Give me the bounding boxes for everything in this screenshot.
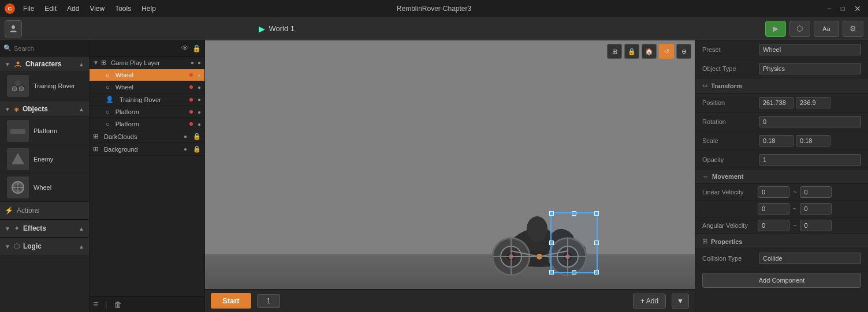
layer-item-wheel-2[interactable]: ○ Wheel ● bbox=[90, 81, 204, 93]
training-rover-thumb bbox=[7, 75, 29, 97]
objects-items: Platform Enemy bbox=[0, 117, 89, 202]
svg-point-13 bbox=[527, 216, 547, 242]
user-icon[interactable] bbox=[5, 20, 22, 37]
layer-item-wheel-selected[interactable]: ○ Wheel ● bbox=[90, 69, 204, 81]
actions-section-header[interactable]: ⚡ Actions bbox=[0, 202, 89, 219]
menu-bar: File Edit Add View Tools Help bbox=[18, 3, 161, 14]
maximize-button[interactable]: □ bbox=[839, 5, 847, 13]
eye-icon[interactable]: 👁 bbox=[181, 44, 189, 52]
delete-layer-icon[interactable]: 🗑 bbox=[114, 300, 122, 309]
collision-row: Collision Type Collide bbox=[695, 249, 868, 268]
position-y-input[interactable] bbox=[796, 97, 830, 108]
opacity-input[interactable] bbox=[759, 154, 861, 166]
right-panel: Preset Wheel Object Type Physics ⇔ Trans… bbox=[695, 40, 868, 312]
sel-handle-br[interactable] bbox=[594, 270, 599, 275]
lock-canvas-icon[interactable]: 🔒 bbox=[624, 44, 639, 59]
snap-icon[interactable]: 🏠 bbox=[642, 44, 657, 59]
scale-y-input[interactable] bbox=[796, 135, 830, 146]
wheel-thumb bbox=[7, 176, 29, 198]
divider: | bbox=[105, 300, 107, 309]
layer-item-platform-2[interactable]: ○ Platform ● bbox=[90, 118, 204, 130]
darkclouds-label: DarkClouds bbox=[104, 133, 180, 140]
scroll-down-button[interactable]: ▼ bbox=[672, 294, 689, 309]
add-canvas-icon[interactable]: ⊕ bbox=[676, 44, 691, 59]
close-button[interactable]: ✕ bbox=[852, 4, 863, 13]
page-number: 1 bbox=[257, 294, 281, 308]
layer-panel: 👁 🔒 ▼ ⊞ Game Play Layer ● ● ○ Wheel ● ○ … bbox=[90, 40, 205, 312]
properties-section: ⊞ Properties bbox=[695, 234, 868, 249]
effects-section-header[interactable]: ▼ ✦ Effects ▲ bbox=[0, 219, 89, 237]
object-platform[interactable]: Platform bbox=[0, 117, 89, 145]
scale-x-input[interactable] bbox=[759, 135, 794, 146]
layer-item-training-rover[interactable]: 👤 Training Rover ● bbox=[90, 93, 204, 106]
rotation-input[interactable] bbox=[759, 116, 861, 127]
layer-item-platform-1[interactable]: ○ Platform ● bbox=[90, 106, 204, 118]
lv-y-input[interactable] bbox=[800, 186, 832, 198]
lv-x-input[interactable] bbox=[758, 186, 789, 198]
menu-view[interactable]: View bbox=[85, 3, 109, 14]
object-type-value: Physics bbox=[759, 63, 861, 74]
preset-value: Wheel bbox=[759, 44, 861, 55]
export-button[interactable]: ⬡ bbox=[789, 21, 810, 37]
world-name: World 1 bbox=[269, 24, 295, 33]
plat1-dot2: ● bbox=[198, 109, 201, 115]
add-component-button[interactable]: Add Component bbox=[702, 273, 861, 288]
sel-handle-tm[interactable] bbox=[572, 211, 576, 216]
minimize-button[interactable]: − bbox=[825, 4, 834, 13]
preset-row: Preset Wheel bbox=[695, 40, 868, 59]
lock-icon[interactable]: 🔒 bbox=[192, 44, 201, 52]
start-button[interactable]: Start bbox=[211, 293, 251, 309]
linear-vel-inputs: ~ bbox=[758, 186, 861, 198]
rotate-icon[interactable]: ↺ bbox=[659, 44, 674, 59]
object-type-select[interactable]: Physics bbox=[759, 63, 861, 74]
character-training-rover[interactable]: Training Rover bbox=[0, 72, 89, 100]
sel-handle-tl[interactable] bbox=[549, 211, 554, 216]
window-controls: − □ ✕ bbox=[825, 4, 863, 13]
canvas-area[interactable]: ⊞ 🔒 🏠 ↺ ⊕ bbox=[205, 40, 695, 312]
play-button[interactable]: ▶ bbox=[765, 21, 786, 37]
sel-handle-bl[interactable] bbox=[549, 270, 554, 275]
characters-section-header[interactable]: ▼ Characters ▲ bbox=[0, 57, 89, 72]
menu-tools[interactable]: Tools bbox=[110, 3, 136, 14]
av-x-input[interactable] bbox=[758, 220, 789, 231]
characters-expand-icon: ▼ bbox=[5, 61, 10, 67]
av-y-input[interactable] bbox=[800, 220, 832, 231]
grid-icon[interactable]: ⊞ bbox=[607, 44, 622, 59]
layer-item-darkclouds[interactable]: ⊞ DarkClouds ● 🔒 bbox=[90, 130, 204, 143]
collision-label: Collision Type bbox=[702, 255, 754, 262]
add-layer-icon[interactable]: ≡ bbox=[93, 299, 98, 310]
sel-handle-ml[interactable] bbox=[549, 240, 554, 245]
settings-button[interactable]: ⚙ bbox=[843, 21, 863, 37]
lv-y2-input[interactable] bbox=[800, 203, 832, 215]
angular-vel-label: Angular Velocity bbox=[702, 222, 754, 229]
svg-point-4 bbox=[19, 87, 24, 91]
collision-select[interactable]: Collide bbox=[759, 253, 861, 264]
layer-panel-toolbar: 👁 🔒 bbox=[90, 40, 204, 57]
menu-add[interactable]: Add bbox=[62, 3, 84, 14]
collision-value: Collide bbox=[759, 253, 861, 264]
platform-label: Platform bbox=[33, 127, 57, 134]
object-wheel[interactable]: Wheel bbox=[0, 174, 89, 202]
layer-item-background[interactable]: ⊞ Background ● 🔒 bbox=[90, 143, 204, 156]
characters-section-title: Characters bbox=[25, 60, 75, 68]
layer-gameplay-group[interactable]: ▼ ⊞ Game Play Layer ● ● bbox=[90, 57, 204, 69]
sel-handle-bm[interactable] bbox=[572, 270, 576, 275]
logic-section-header[interactable]: ▼ ⬡ Logic ▲ bbox=[0, 237, 89, 255]
sel-handle-mr[interactable] bbox=[594, 240, 599, 245]
position-x-input[interactable] bbox=[759, 97, 794, 108]
sel-handle-tr[interactable] bbox=[594, 211, 599, 216]
font-button[interactable]: Aa bbox=[814, 21, 839, 37]
object-enemy[interactable]: Enemy bbox=[0, 145, 89, 174]
add-button[interactable]: + Add bbox=[633, 294, 666, 309]
menu-help[interactable]: Help bbox=[137, 3, 161, 14]
actions-title: Actions bbox=[17, 206, 84, 215]
preset-select[interactable]: Wheel bbox=[759, 44, 861, 55]
linear-vel-row: Linear Velocity ~ bbox=[695, 184, 868, 201]
lv-x2-input[interactable] bbox=[758, 203, 789, 215]
menu-edit[interactable]: Edit bbox=[40, 3, 61, 14]
search-input[interactable] bbox=[14, 45, 94, 52]
effects-arrow: ▲ bbox=[79, 225, 84, 232]
menu-file[interactable]: File bbox=[18, 3, 39, 14]
wheel-label: Wheel bbox=[33, 184, 51, 191]
objects-section-header[interactable]: ▼ ◈ Objects ▲ bbox=[0, 102, 89, 117]
